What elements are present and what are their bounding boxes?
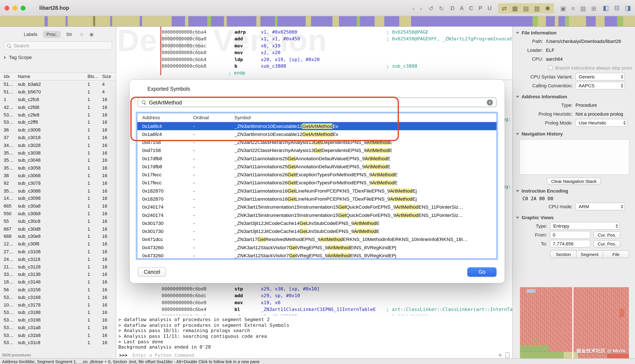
procedure-row[interactable]: 55sub_c30c8116 — [0, 217, 116, 225]
undo-icon[interactable]: ↺ — [429, 5, 434, 11]
code-line[interactable]: 00000000000c6bd8stpx29, x30, [sp, #0x10] — [116, 286, 512, 292]
minimize-window-button[interactable] — [13, 6, 17, 10]
minimap-segment[interactable] — [48, 16, 65, 26]
procedure-row[interactable]: 53…sub_c31a8116 — [0, 324, 116, 332]
procedure-row[interactable]: 10…sub_c3178116 — [0, 301, 116, 308]
minimap-segment[interactable] — [65, 16, 68, 26]
minimap-segment[interactable] — [0, 16, 45, 26]
procedure-row[interactable]: 53…sub_c3198116 — [0, 316, 116, 324]
column-blocks[interactable]: Blo… — [87, 74, 102, 79]
code-line[interactable]: 00000000000c6be4bl_ZN3art11ClassLinkerC1… — [116, 306, 512, 313]
prolog-mode-select[interactable]: Use Heuristic — [575, 119, 627, 126]
symbol-search-field[interactable]: GetArtMethod × — [138, 98, 497, 107]
minimap-segment[interactable] — [546, 16, 555, 26]
minimap-segment[interactable] — [586, 16, 596, 26]
cancel-button[interactable]: Cancel — [138, 268, 166, 277]
entropy-graphic-view[interactable]: 掘金技术社区 @ MuYe — [520, 287, 629, 358]
transform-data-icon[interactable]: D — [451, 5, 455, 11]
section-navigation-history[interactable]: Navigation History — [513, 128, 635, 137]
minimap-segment[interactable] — [532, 16, 538, 26]
minimap-segment[interactable] — [311, 16, 332, 26]
minimap-segment[interactable] — [357, 16, 360, 26]
code-line[interactable]: 00000000000c6ba4adrpx1, #0x625000; 0x625… — [116, 29, 512, 36]
section-address-information[interactable]: Address Information — [513, 91, 635, 100]
symbol-row[interactable]: 0x240174-_ZNK3art15instrumentation15Inst… — [137, 203, 497, 211]
sidebar-tab-tagged[interactable]: ◉ — [87, 30, 96, 38]
minimap-segment[interactable] — [538, 16, 546, 26]
from-cur-pos-button[interactable]: Cur. Pos. — [593, 231, 620, 238]
calling-convention-select[interactable]: AAPCS — [575, 82, 625, 89]
code-line[interactable]: 00000000000c6bb4ldpx20, x19, [sp], #0x20 — [116, 56, 512, 62]
minimap-segment[interactable] — [275, 16, 278, 26]
symbol-row[interactable]: 0x17dfb8-_ZN3art11annotations25GetAnnota… — [137, 162, 497, 170]
procedure-row[interactable]: 21…sub_c3128116 — [0, 263, 116, 270]
symbol-row[interactable]: 0x301730-_ZN3art3jit12JitCodeCache14GetJ… — [137, 227, 497, 235]
procedure-row[interactable]: 53…sub_c2ff8116 — [0, 118, 116, 126]
tag-scope-row[interactable]: Tag Scope — [0, 51, 116, 62]
procedure-row[interactable]: 53…sub_c31c8116 — [0, 339, 116, 346]
debugger-icon[interactable]: ✱ — [545, 5, 550, 11]
swap-bytes-icon[interactable]: ⇄ — [502, 5, 507, 11]
minimap-segment[interactable] — [112, 16, 140, 26]
symbol-row[interactable]: 0x471dcc-_ZN3art17GetResolvedMethodEPNS_… — [137, 236, 497, 244]
minimap-segment[interactable] — [140, 16, 142, 26]
graphic-type-select[interactable]: Entropy — [550, 222, 619, 230]
minimap-segment[interactable] — [617, 16, 623, 26]
step-over-icon[interactable]: ▤ — [523, 5, 529, 11]
clear-navigation-stack-button[interactable]: Clear Navigation Stack — [547, 178, 601, 185]
symbol-row[interactable]: 0xd7158-_ZN3art22ClassHierarchyAnalysis1… — [137, 138, 497, 146]
minimap[interactable] — [0, 16, 635, 27]
column-symbol[interactable]: Symbol — [235, 114, 497, 120]
minimap-segment[interactable] — [93, 16, 95, 26]
symbol-row[interactable]: 0x301730-_ZN3art3jit12JitCodeCache14GetJ… — [137, 219, 497, 227]
symbol-row[interactable]: 0x473260-_ZNK3art12StackVisitor7GetVRegE… — [137, 244, 497, 252]
symbol-row[interactable]: 0x17fecc-_ZN3art11annotations26GetExcept… — [137, 170, 497, 178]
cpu-mode-select[interactable]: ARM — [575, 203, 625, 210]
procedure-row[interactable]: 53…sub_c2fe8116 — [0, 111, 116, 118]
minimap-segment[interactable] — [172, 16, 185, 26]
procedure-row[interactable]: 33…sub_c3138116 — [0, 270, 116, 278]
sidebar-tab-str[interactable]: Str — [62, 31, 76, 38]
sidebar-tab-proc[interactable]: Proc. — [43, 31, 61, 38]
procedure-row[interactable]: 24…sub_c3118116 — [0, 255, 116, 263]
procedure-row[interactable]: 51…sub_b567014 — [0, 88, 116, 96]
procedure-row[interactable]: 12…sub_c30f8116 — [0, 240, 116, 248]
procedure-row[interactable]: 53…sub_c31b8116 — [0, 332, 116, 339]
clear-search-icon[interactable]: × — [487, 99, 493, 106]
scope-section-button[interactable]: Section — [550, 250, 577, 258]
minimap-segment[interactable] — [207, 16, 211, 26]
minimap-segment[interactable] — [558, 16, 565, 26]
procedure-table-header[interactable]: Idx Name Blo… Size — [0, 72, 116, 80]
procedure-row[interactable]: 1sub_c2fc8116 — [0, 96, 116, 103]
minimap-segment[interactable] — [110, 16, 112, 26]
code-line[interactable]: 00000000000c6bb0movx2, x20 — [116, 49, 512, 56]
minimap-segment[interactable] — [332, 16, 339, 26]
minimap-segment[interactable] — [306, 16, 311, 26]
procedure-row[interactable]: 14…sub_c3098116 — [0, 194, 116, 202]
symbol-row[interactable]: 0x1a6fc4-_ZN3art6mirror10Executable12Get… — [137, 122, 497, 130]
minimap-segment[interactable] — [277, 16, 305, 26]
symbol-row[interactable]: 0x1a6fc4-_ZN3art6mirror10Executable12Get… — [137, 130, 497, 138]
clear-console-icon[interactable]: ⊗ — [499, 352, 502, 358]
minimap-segment[interactable] — [185, 16, 188, 26]
column-ordinal[interactable]: Ordinal — [193, 113, 235, 122]
sidebar-search-field[interactable]: Search — [4, 41, 112, 50]
procedure-row[interactable]: 665sub_c30a8116 — [0, 202, 116, 210]
cpu-syntax-select[interactable]: Generic — [575, 73, 625, 80]
minimap-segment[interactable] — [211, 16, 224, 26]
column-size[interactable]: Size — [102, 74, 116, 79]
procedure-row[interactable]: 35…sub_c3088116 — [0, 187, 116, 194]
minimap-segment[interactable] — [555, 16, 559, 26]
code-line[interactable]: 00000000000c6bdcaddx29, sp, #0x10 — [116, 292, 512, 299]
code-line[interactable]: 00000000000c6be0movx19, x0 — [116, 299, 512, 306]
minimap-segment[interactable] — [399, 16, 411, 26]
minimap-segment[interactable] — [360, 16, 375, 26]
procedure-row[interactable]: 27…sub_c3108116 — [0, 248, 116, 255]
symbol-row[interactable]: 0x17fecc-_ZN3art11annotations26GetExcept… — [137, 179, 497, 187]
zoom-window-button[interactable] — [21, 6, 26, 10]
symbol-row[interactable]: 0x240174-_ZNK3art15instrumentation15Inst… — [137, 211, 497, 219]
column-name[interactable]: Name — [16, 74, 88, 79]
procedure-row[interactable]: 35…sub_c3038116 — [0, 149, 116, 156]
branch-stop-checkbox[interactable] — [548, 66, 553, 70]
go-button[interactable]: Go — [467, 268, 497, 277]
